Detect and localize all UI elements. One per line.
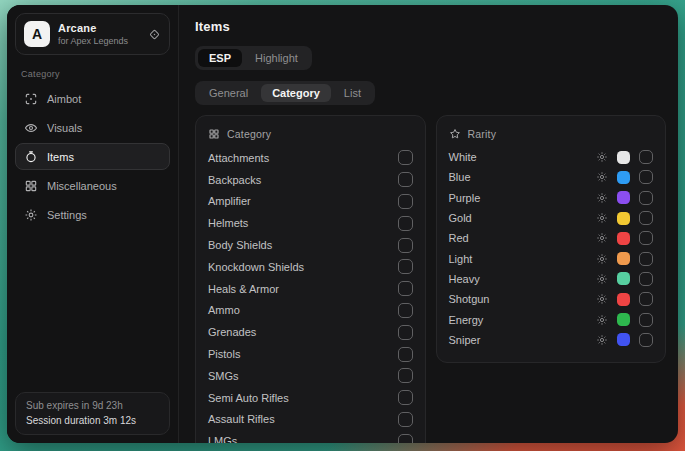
- checkbox[interactable]: [398, 368, 413, 383]
- sidebar-item-visuals[interactable]: Visuals: [15, 114, 170, 141]
- rarity-row-gold: Gold: [449, 208, 654, 228]
- category-row-knockdown-shields: Knockdown Shields: [208, 256, 413, 278]
- tab-bar: GeneralCategoryList: [195, 81, 375, 105]
- color-swatch[interactable]: [617, 313, 630, 326]
- rarity-controls: [596, 313, 653, 327]
- category-row-grenades: Grenades: [208, 321, 413, 343]
- checkbox[interactable]: [639, 150, 653, 164]
- rarity-label: Heavy: [449, 273, 480, 285]
- gear-icon[interactable]: [596, 253, 608, 265]
- mode-highlight[interactable]: Highlight: [244, 49, 309, 67]
- category-row-backpacks: Backpacks: [208, 169, 413, 191]
- category-label: Amplifier: [208, 195, 251, 207]
- app-name: Arcane: [58, 22, 140, 34]
- category-label: Heals & Armor: [208, 283, 279, 295]
- checkbox[interactable]: [639, 252, 653, 266]
- checkbox[interactable]: [398, 434, 413, 443]
- checkbox[interactable]: [639, 211, 653, 225]
- category-row-amplifier: Amplifier: [208, 191, 413, 213]
- rarity-row-shotgun: Shotgun: [449, 289, 654, 309]
- checkbox[interactable]: [398, 325, 413, 340]
- color-swatch[interactable]: [617, 232, 630, 245]
- gear-icon[interactable]: [596, 232, 608, 244]
- rarity-label: Light: [449, 253, 473, 265]
- page-title: Items: [195, 19, 666, 34]
- checkbox[interactable]: [639, 231, 653, 245]
- category-label: SMGs: [208, 370, 239, 382]
- rarity-row-blue: Blue: [449, 167, 654, 187]
- checkbox[interactable]: [398, 347, 413, 362]
- checkbox[interactable]: [398, 303, 413, 318]
- mode-toggle: ESPHighlight: [195, 46, 312, 70]
- gear-icon: [24, 208, 38, 222]
- checkbox[interactable]: [398, 281, 413, 296]
- rarity-label: White: [449, 151, 477, 163]
- category-label: Attachments: [208, 152, 269, 164]
- color-swatch[interactable]: [617, 293, 630, 306]
- gear-icon[interactable]: [596, 334, 608, 346]
- checkbox[interactable]: [398, 172, 413, 187]
- gear-icon[interactable]: [596, 151, 608, 163]
- rarity-controls: [596, 252, 653, 266]
- category-panel: Category Attachments Backpacks Amplifier…: [195, 115, 426, 443]
- checkbox[interactable]: [639, 333, 653, 347]
- color-swatch[interactable]: [617, 191, 630, 204]
- checkbox[interactable]: [639, 170, 653, 184]
- mode-esp[interactable]: ESP: [198, 49, 242, 67]
- category-row-body-shields: Body Shields: [208, 234, 413, 256]
- rarity-controls: [596, 150, 653, 164]
- main-content: Items ESPHighlight GeneralCategoryList C…: [179, 5, 678, 443]
- checkbox[interactable]: [398, 390, 413, 405]
- checkbox[interactable]: [398, 259, 413, 274]
- rarity-label: Red: [449, 232, 469, 244]
- category-label: Helmets: [208, 217, 248, 229]
- checkbox[interactable]: [398, 216, 413, 231]
- checkbox[interactable]: [398, 150, 413, 165]
- rarity-row-light: Light: [449, 248, 654, 268]
- category-label: Ammo: [208, 304, 240, 316]
- checkbox[interactable]: [639, 272, 653, 286]
- sidebar-item-settings[interactable]: Settings: [15, 201, 170, 228]
- app-logo: A: [24, 21, 50, 47]
- rarity-label: Gold: [449, 212, 472, 224]
- checkbox[interactable]: [398, 412, 413, 427]
- loot-icon: [24, 150, 38, 164]
- category-label: Grenades: [208, 326, 256, 338]
- sidebar-nav: Aimbot Visuals Items Miscellaneous Setti…: [15, 85, 170, 228]
- rarity-label: Shotgun: [449, 293, 490, 305]
- gear-icon[interactable]: [596, 273, 608, 285]
- checkbox[interactable]: [398, 238, 413, 253]
- category-row-helmets: Helmets: [208, 212, 413, 234]
- checkbox[interactable]: [639, 191, 653, 205]
- checkbox[interactable]: [639, 313, 653, 327]
- gear-icon[interactable]: [596, 192, 608, 204]
- rarity-row-purple: Purple: [449, 188, 654, 208]
- rarity-row-heavy: Heavy: [449, 269, 654, 289]
- tab-list[interactable]: List: [333, 84, 372, 102]
- category-row-attachments: Attachments: [208, 147, 413, 169]
- desktop-background: A Arcane for Apex Legends Category Aimbo…: [0, 0, 685, 451]
- color-swatch[interactable]: [617, 171, 630, 184]
- color-swatch[interactable]: [617, 212, 630, 225]
- tab-general[interactable]: General: [198, 84, 259, 102]
- checkbox[interactable]: [639, 292, 653, 306]
- gear-icon[interactable]: [596, 171, 608, 183]
- sidebar-item-items[interactable]: Items: [15, 143, 170, 170]
- color-swatch[interactable]: [617, 333, 630, 346]
- rarity-controls: [596, 170, 653, 184]
- color-swatch[interactable]: [617, 252, 630, 265]
- gear-icon[interactable]: [596, 293, 608, 305]
- tab-category[interactable]: Category: [261, 84, 331, 102]
- sidebar-item-miscellaneous[interactable]: Miscellaneous: [15, 172, 170, 199]
- color-swatch[interactable]: [617, 151, 630, 164]
- gear-icon[interactable]: [596, 314, 608, 326]
- diamond-icon[interactable]: [148, 28, 161, 41]
- category-label: Semi Auto Rifles: [208, 392, 289, 404]
- color-swatch[interactable]: [617, 272, 630, 285]
- checkbox[interactable]: [398, 194, 413, 209]
- gear-icon[interactable]: [596, 212, 608, 224]
- rarity-list: White Blue Purple Gold: [449, 147, 654, 350]
- category-row-assault-rifles: Assault Rifles: [208, 409, 413, 431]
- sidebar-item-aimbot[interactable]: Aimbot: [15, 85, 170, 112]
- session-duration: Session duration 3m 12s: [26, 415, 159, 426]
